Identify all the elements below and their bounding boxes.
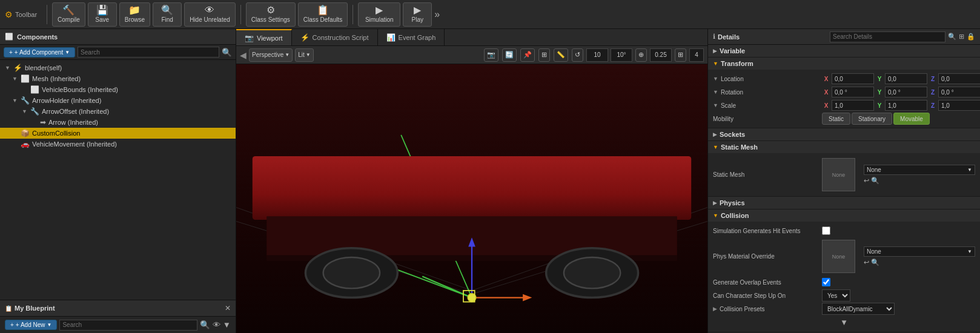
section-collision-header[interactable]: ▼ Collision [708,209,980,222]
mobility-stationary-button[interactable]: Stationary [852,113,892,125]
viewport-count-input[interactable] [689,48,704,62]
simulation-button[interactable]: ▶ Simulation [358,2,400,27]
svg-point-13 [564,257,620,288]
save-button[interactable]: 💾 Save [88,2,117,27]
play-button[interactable]: ▶ Play [403,2,432,27]
section-transform-header[interactable]: ▼ Transform [708,58,980,70]
location-y-input[interactable] [885,73,927,84]
viewport-scale-input[interactable] [650,48,672,62]
compile-button[interactable]: 🔨 Compile [52,2,85,27]
tree-item-vehiclebounds[interactable]: ⬜ VehicleBounds (Inherited) [0,84,236,95]
overlap-events-checkbox[interactable] [822,278,830,286]
blueprint-close-button[interactable]: ✕ [225,304,231,312]
details-lock-icon-btn[interactable]: 🔒 [967,33,975,41]
details-search-icon-btn[interactable]: 🔍 [948,33,956,41]
add-component-button[interactable]: + + Add Component ▼ [4,47,75,58]
blueprint-search-button[interactable]: 🔍 [200,320,210,329]
viewport-measure-btn[interactable]: 📏 [554,48,568,62]
viewport-rotate-btn[interactable]: ↺ [572,48,583,62]
location-z-label: Z [929,76,937,82]
collision-expand-button[interactable]: ▼ [840,318,848,327]
static-mesh-dropdown[interactable]: None ▼ [864,165,975,175]
class-settings-button[interactable]: ⚙ Class Settings [246,2,296,27]
section-physics-header[interactable]: ▶ Physics [708,197,980,209]
class-defaults-button[interactable]: 📋 Class Defaults [298,2,348,27]
svg-point-11 [323,257,380,288]
svg-rect-7 [253,156,691,220]
tree-item-arrowholder[interactable]: ▼ 🔧 ArrowHolder (Inherited) [0,95,236,106]
section-physics-title: Physics [720,199,745,206]
blueprint-filter-button[interactable]: ▼ [223,320,231,329]
collision-presets-select[interactable]: BlockAllDynamic BlockAll OverlapAll NoCo… [822,303,895,315]
viewport-fov-input[interactable] [586,48,608,62]
blueprint-search-input[interactable] [59,320,197,331]
section-transform-arrow-icon: ▼ [713,61,718,67]
rotation-x-input[interactable] [832,87,874,97]
section-collision-arrow-icon: ▼ [713,213,718,219]
lit-dropdown[interactable]: Lit ▼ [295,48,313,62]
details-search-input[interactable] [830,31,945,42]
perspective-dropdown[interactable]: Perspective ▼ [249,48,293,62]
tree-item-arrow[interactable]: ➡ Arrow (Inherited) [0,117,236,128]
event-graph-tab-label: Event Graph [399,34,436,41]
location-z-input[interactable] [938,73,980,84]
viewport-angle-input[interactable] [611,48,632,62]
collision-presets-arrow-icon: ▶ [713,306,717,312]
tree-item-mesh[interactable]: ▼ ⬜ Mesh (Inherited) [0,73,236,84]
section-variable-header[interactable]: ▶ Variable [708,45,980,57]
toolbar-more-button[interactable]: » [434,9,440,20]
viewport-arrow-left-button[interactable]: ◀ [240,50,247,60]
static-mesh-reset-button[interactable]: ↩ [864,177,869,185]
details-grid-icon-btn[interactable]: ⊞ [959,33,964,41]
scale-z-label: Z [929,102,937,109]
toolbar-icon: ⚙ [5,10,13,19]
viewport-grid-btn[interactable]: ⊞ [538,48,550,62]
blueprint-eye-button[interactable]: 👁 [213,320,220,329]
viewport-canvas[interactable] [236,64,707,333]
tree-item-blender-self[interactable]: ▼ ⚡ blender(self) [0,62,236,73]
add-new-button[interactable]: + + Add New ▼ [5,320,57,330]
prop-label-phys-material: Phys Material Override [713,253,822,260]
section-sockets-header[interactable]: ▶ Sockets [708,128,980,140]
event-graph-tab-icon: 📊 [386,33,396,42]
phys-material-reset-button[interactable]: ↩ [864,259,869,266]
mobility-static-button[interactable]: Static [822,113,850,125]
components-search-button[interactable]: 🔍 [222,48,232,57]
static-mesh-thumbnail: None [822,158,855,191]
viewport-camera-btn-2[interactable]: 🔄 [502,48,517,62]
tree-item-vehiclemovement[interactable]: 🚗 VehicleMovement (Inherited) [0,139,236,150]
scale-x-input[interactable] [832,100,874,111]
phys-material-browse-button[interactable]: 🔍 [871,259,879,266]
overlap-events-label: Generate Overlap Events [713,279,781,286]
class-defaults-icon: 📋 [317,5,329,15]
viewport-camera-btn-1[interactable]: 📷 [484,48,498,62]
scale-z-input[interactable] [938,100,980,111]
viewport-snap-btn[interactable]: 📌 [520,48,535,62]
section-static-mesh-header[interactable]: ▼ Static Mesh [708,141,980,153]
sim-hit-events-label: Simulation Generates Hit Events [713,228,801,234]
hide-unrelated-button[interactable]: 👁 Hide Unrelated [184,2,236,27]
location-coord-group: X Y Z [822,73,980,84]
viewport-scale-btn[interactable]: ⊕ [635,48,647,62]
mobility-movable-button[interactable]: Movable [893,113,930,125]
phys-material-dropdown[interactable]: None ▼ [864,246,975,257]
construction-script-tab-icon: ⚡ [300,33,310,42]
static-mesh-browse-button[interactable]: 🔍 [871,177,879,185]
viewport-layout-btn[interactable]: ⊞ [675,48,686,62]
tree-item-arrowoffset[interactable]: ▼ 🔧 ArrowOffset (Inherited) [0,106,236,117]
tab-viewport[interactable]: 📷 Viewport [236,29,292,45]
sim-hit-events-checkbox[interactable] [822,226,830,235]
components-search-input[interactable] [78,47,219,58]
step-up-select[interactable]: Yes No [822,289,850,302]
play-icon: ▶ [414,5,421,15]
tree-item-customcollision[interactable]: 📦 CustomCollision [0,128,236,139]
tab-construction-script[interactable]: ⚡ Construction Script [292,29,378,45]
rotation-y-input[interactable] [885,87,927,97]
prop-label-rotation: ▼ Rotation [713,89,822,96]
browse-button[interactable]: 📁 Browse [119,2,150,27]
tab-event-graph[interactable]: 📊 Event Graph [378,29,445,45]
rotation-z-input[interactable] [938,87,980,97]
find-button[interactable]: 🔍 Find [153,2,182,27]
location-x-input[interactable] [832,73,874,84]
scale-y-input[interactable] [885,100,927,111]
